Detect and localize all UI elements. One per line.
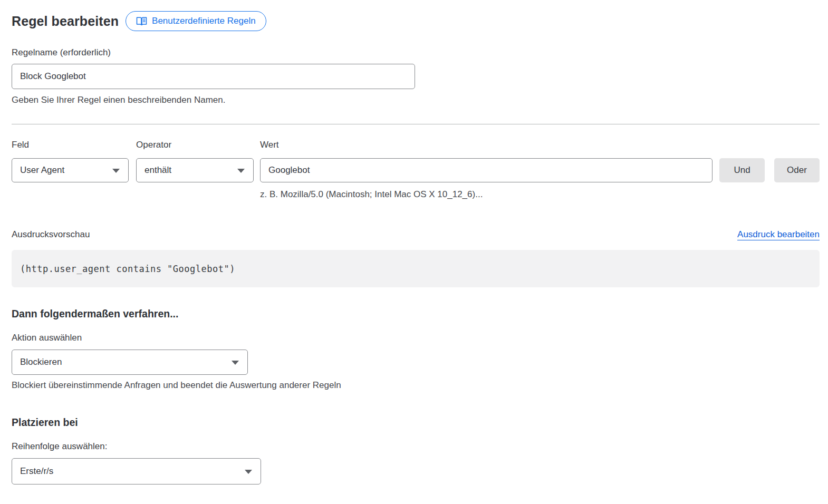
- and-button[interactable]: Und: [719, 158, 765, 182]
- book-icon: [136, 17, 147, 26]
- action-heading: Dann folgendermaßen verfahren...: [12, 308, 820, 320]
- value-label: Wert: [260, 140, 713, 150]
- operator-select-value: enthält: [145, 165, 171, 176]
- dropdown-caret-icon: [232, 361, 239, 365]
- operator-label: Operator: [136, 140, 254, 150]
- expression-preview-box: (http.user_agent contains "Googlebot"): [12, 250, 820, 287]
- condition-field-column: Feld User Agent: [12, 140, 129, 182]
- condition-operator-column: Operator enthält: [136, 140, 254, 182]
- field-select[interactable]: User Agent: [12, 158, 129, 182]
- action-help: Blockiert übereinstimmende Anfragen und …: [12, 380, 820, 391]
- dropdown-caret-icon: [245, 470, 252, 474]
- rule-name-section: Regelname (erforderlich) Geben Sie Ihrer…: [12, 47, 820, 105]
- operator-select[interactable]: enthält: [136, 158, 254, 182]
- expression-preview-label: Ausdrucksvorschau: [12, 229, 90, 240]
- field-label: Feld: [12, 140, 129, 150]
- or-button[interactable]: Oder: [774, 158, 820, 182]
- field-select-value: User Agent: [20, 165, 64, 176]
- placement-heading: Platzieren bei: [12, 416, 820, 429]
- edit-expression-link[interactable]: Ausdruck bearbeiten: [737, 229, 820, 240]
- edit-rule-page: Regel bearbeiten Benutzerdefinierte Rege…: [0, 0, 828, 504]
- rule-name-label: Regelname (erforderlich): [12, 47, 111, 57]
- order-select-value: Erste/r/s: [20, 466, 53, 477]
- action-select[interactable]: Blockieren: [12, 350, 248, 375]
- action-section: Dann folgendermaßen verfahren... Aktion …: [12, 308, 820, 391]
- rule-name-help: Geben Sie Ihrer Regel einen beschreibend…: [12, 95, 820, 105]
- placement-section: Platzieren bei Reihenfolge auswählen: Er…: [12, 416, 820, 484]
- dropdown-caret-icon: [112, 169, 120, 173]
- value-input[interactable]: [260, 158, 713, 182]
- order-select[interactable]: Erste/r/s: [12, 458, 261, 484]
- docs-button-label: Benutzerdefinierte Regeln: [152, 16, 256, 26]
- expression-code: (http.user_agent contains "Googlebot"): [20, 264, 235, 274]
- action-select-value: Blockieren: [20, 357, 62, 367]
- action-label: Aktion auswählen: [12, 333, 820, 343]
- condition-row: Feld User Agent Operator enthält Wert z.…: [12, 140, 820, 200]
- condition-logic-buttons: Und Oder: [719, 158, 820, 182]
- page-title: Regel bearbeiten: [12, 14, 119, 29]
- page-header: Regel bearbeiten Benutzerdefinierte Rege…: [12, 11, 820, 32]
- expression-section: Ausdrucksvorschau Ausdruck bearbeiten (h…: [12, 229, 820, 287]
- condition-value-column: Wert z. B. Mozilla/5.0 (Macintosh; Intel…: [260, 140, 713, 200]
- rule-name-input[interactable]: [12, 64, 415, 89]
- section-divider: [12, 124, 820, 124]
- value-help: z. B. Mozilla/5.0 (Macintosh; Intel Mac …: [260, 189, 713, 200]
- placement-label: Reihenfolge auswählen:: [12, 441, 820, 452]
- dropdown-caret-icon: [237, 169, 245, 173]
- custom-rules-docs-button[interactable]: Benutzerdefinierte Regeln: [126, 11, 266, 31]
